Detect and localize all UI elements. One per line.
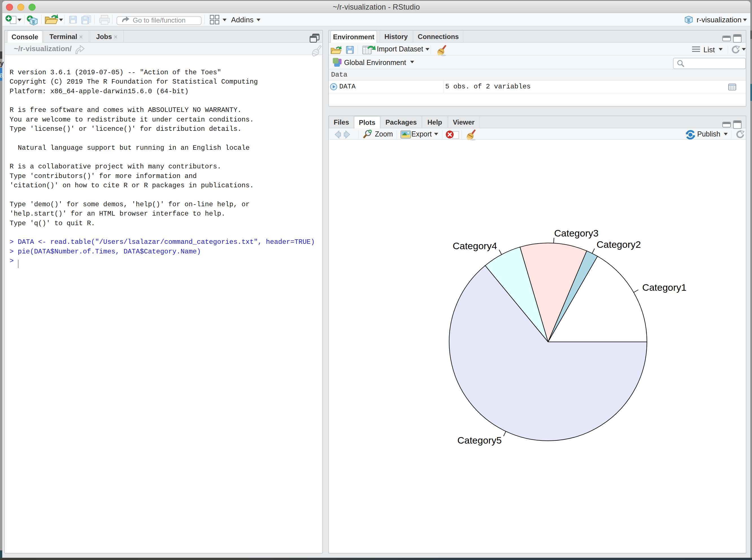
svg-text:a: a: [0, 71, 4, 79]
svg-text:List: List: [704, 45, 715, 54]
svg-text:y: y: [0, 59, 4, 67]
